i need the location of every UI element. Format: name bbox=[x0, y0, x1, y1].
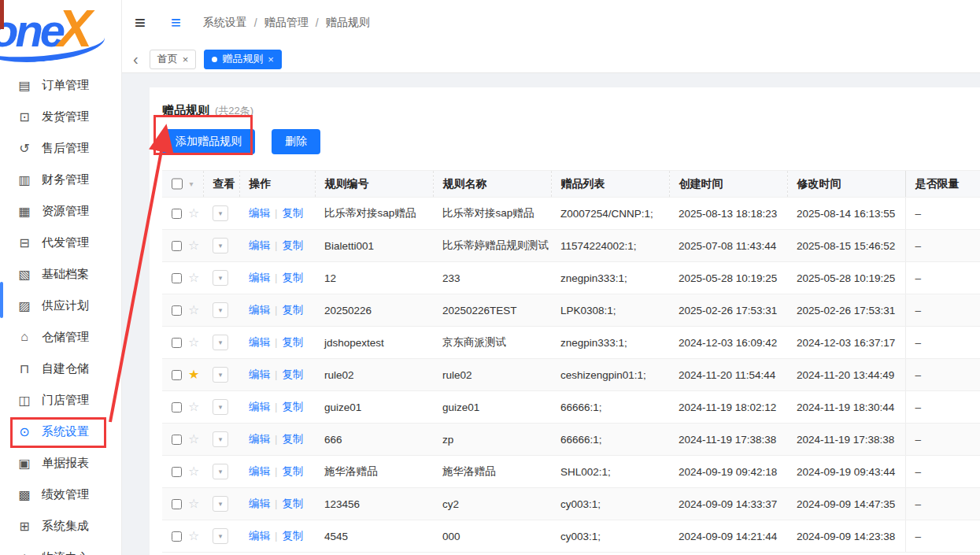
row-dropdown-caret-icon[interactable]: ▾ bbox=[213, 238, 228, 253]
tab-scroll-left-icon[interactable]: ‹ bbox=[133, 51, 139, 67]
tab-0[interactable]: 首页 × bbox=[150, 50, 197, 69]
star-icon[interactable]: ☆ bbox=[188, 465, 199, 478]
row-dropdown-caret-icon[interactable]: ▾ bbox=[213, 302, 228, 318]
select-options-caret-icon[interactable]: ▾ bbox=[189, 179, 193, 188]
copy-link[interactable]: 复制 bbox=[283, 465, 304, 477]
breadcrumb-item-gift-management[interactable]: 赠品管理 bbox=[264, 16, 309, 30]
star-icon[interactable]: ☆ bbox=[188, 530, 199, 542]
menu-item-label: 代发管理 bbox=[42, 235, 89, 250]
star-icon[interactable]: ☆ bbox=[188, 239, 199, 252]
copy-link[interactable]: 复制 bbox=[283, 530, 304, 542]
nav-menu-icon[interactable]: ≡ bbox=[171, 14, 181, 31]
edit-link[interactable]: 编辑 bbox=[249, 336, 270, 348]
copy-link[interactable]: 复制 bbox=[283, 272, 304, 283]
sidebar-item-delivery-management[interactable]: ⊡ 发货管理 bbox=[0, 101, 121, 132]
column-header-create-time[interactable]: 创建时间 bbox=[669, 171, 787, 198]
row-dropdown-caret-icon[interactable]: ▾ bbox=[213, 205, 228, 221]
edit-link[interactable]: 编辑 bbox=[249, 304, 270, 316]
star-icon[interactable]: ☆ bbox=[188, 304, 199, 316]
edit-link[interactable]: 编辑 bbox=[249, 433, 270, 445]
breadcrumb-item-settings[interactable]: 系统设置 bbox=[203, 16, 247, 30]
copy-link[interactable]: 复制 bbox=[283, 401, 304, 413]
sidebar-item-finance-management[interactable]: ▥ 财务管理 bbox=[0, 164, 121, 195]
row-checkbox[interactable] bbox=[172, 305, 182, 316]
edit-link[interactable]: 编辑 bbox=[249, 239, 270, 251]
star-icon[interactable]: ☆ bbox=[188, 207, 199, 220]
row-checkbox[interactable] bbox=[172, 531, 182, 542]
row-checkbox[interactable] bbox=[172, 401, 182, 413]
tab-close-icon[interactable]: × bbox=[268, 54, 274, 65]
copy-link[interactable]: 复制 bbox=[283, 433, 304, 445]
top-header: ≡ ≡ 系统设置 / 赠品管理 / 赠品规则 bbox=[122, 0, 980, 46]
copy-link[interactable]: 复制 bbox=[283, 304, 304, 316]
sidebar-item-performance-management[interactable]: ▩ 绩效管理 bbox=[0, 479, 121, 510]
cell-gift-list: 11574224002:1; bbox=[551, 230, 669, 262]
sidebar-item-self-built-warehouse[interactable]: ⊓ 自建仓储 bbox=[0, 353, 121, 384]
row-checkbox[interactable] bbox=[172, 369, 182, 381]
edit-link[interactable]: 编辑 bbox=[249, 368, 270, 380]
sidebar-item-logistics-center[interactable]: ⌂ 物流中心 bbox=[0, 542, 121, 555]
copy-link[interactable]: 复制 bbox=[283, 336, 304, 348]
sidebar-collapse-icon[interactable]: ≡ bbox=[135, 13, 146, 32]
add-gift-rule-button[interactable]: 添加赠品规则 bbox=[162, 129, 255, 154]
delete-button[interactable]: 删除 bbox=[272, 129, 320, 154]
row-checkbox[interactable] bbox=[172, 498, 182, 510]
star-icon[interactable]: ☆ bbox=[188, 401, 199, 413]
row-dropdown-caret-icon[interactable]: ▾ bbox=[213, 528, 228, 544]
select-all-checkbox[interactable] bbox=[172, 178, 183, 190]
edit-link[interactable]: 编辑 bbox=[249, 465, 270, 477]
sidebar-item-dropship-management[interactable]: ⊟ 代发管理 bbox=[0, 227, 121, 258]
row-dropdown-caret-icon[interactable]: ▾ bbox=[213, 367, 228, 383]
menu-item-icon: ⊞ bbox=[17, 519, 31, 534]
row-checkbox[interactable] bbox=[172, 337, 182, 349]
row-checkbox[interactable] bbox=[172, 272, 182, 284]
row-checkbox[interactable] bbox=[172, 434, 182, 446]
star-icon[interactable]: ☆ bbox=[188, 433, 199, 446]
sidebar-item-document-reports[interactable]: ▣ 单据报表 bbox=[0, 447, 121, 479]
copy-link[interactable]: 复制 bbox=[283, 368, 304, 380]
tab-close-icon[interactable]: × bbox=[183, 54, 189, 65]
column-header-limited[interactable]: 是否限量 bbox=[905, 171, 980, 198]
sidebar-item-supply-plan[interactable]: ▨ 供应计划 bbox=[0, 290, 121, 321]
copy-link[interactable]: 复制 bbox=[283, 207, 304, 219]
row-checkbox[interactable] bbox=[172, 240, 182, 252]
star-icon[interactable]: ★ bbox=[188, 368, 199, 381]
column-header-gift-list[interactable]: 赠品列表 bbox=[551, 171, 669, 198]
column-header-modify-time[interactable]: 修改时间 bbox=[787, 171, 905, 198]
tab-1[interactable]: 赠品规则 × bbox=[204, 50, 282, 69]
row-checkbox[interactable] bbox=[172, 466, 182, 478]
row-dropdown-caret-icon[interactable]: ▾ bbox=[213, 399, 228, 415]
cell-create-time: 2024-09-19 09:42:18 bbox=[669, 456, 787, 488]
sidebar-item-system-settings[interactable]: ⊙ 系统设置 bbox=[0, 416, 121, 447]
edit-link[interactable]: 编辑 bbox=[249, 272, 270, 283]
sidebar-item-aftersales-management[interactable]: ↺ 售后管理 bbox=[0, 132, 121, 164]
row-dropdown-caret-icon[interactable]: ▾ bbox=[213, 270, 228, 286]
sidebar-item-resource-management[interactable]: ▦ 资源管理 bbox=[0, 195, 121, 227]
breadcrumb-item-gift-rules[interactable]: 赠品规则 bbox=[326, 16, 370, 30]
sidebar-item-warehouse-management[interactable]: ⌂ 仓储管理 bbox=[0, 321, 121, 353]
copy-link[interactable]: 复制 bbox=[283, 239, 304, 251]
star-icon[interactable]: ☆ bbox=[188, 336, 199, 349]
row-dropdown-caret-icon[interactable]: ▾ bbox=[213, 496, 228, 512]
sidebar-item-basic-archives[interactable]: ▧ 基础档案 bbox=[0, 258, 121, 290]
row-dropdown-caret-icon[interactable]: ▾ bbox=[213, 335, 228, 350]
row-checkbox[interactable] bbox=[172, 208, 182, 220]
copy-link[interactable]: 复制 bbox=[283, 498, 304, 509]
star-icon[interactable]: ☆ bbox=[188, 498, 199, 510]
star-icon[interactable]: ☆ bbox=[188, 272, 199, 284]
column-header-action[interactable]: 操作 bbox=[239, 171, 315, 198]
edit-link[interactable]: 编辑 bbox=[249, 498, 270, 509]
sidebar-item-order-management[interactable]: ▤ 订单管理 bbox=[0, 69, 121, 101]
edit-link[interactable]: 编辑 bbox=[249, 530, 270, 542]
row-dropdown-caret-icon[interactable]: ▾ bbox=[213, 464, 228, 479]
cell-modify-time: 2024-09-09 14:47:35 bbox=[787, 488, 905, 520]
column-header-rule-no[interactable]: 规则编号 bbox=[315, 171, 433, 198]
edit-link[interactable]: 编辑 bbox=[249, 401, 270, 413]
sidebar-scrollbar[interactable] bbox=[0, 282, 3, 318]
sidebar-item-store-management[interactable]: ◫ 门店管理 bbox=[0, 384, 121, 416]
row-dropdown-caret-icon[interactable]: ▾ bbox=[213, 431, 228, 447]
edit-link[interactable]: 编辑 bbox=[249, 207, 270, 219]
sidebar-item-system-integration[interactable]: ⊞ 系统集成 bbox=[0, 510, 121, 542]
column-header-rule-name[interactable]: 规则名称 bbox=[433, 171, 551, 198]
column-header-view[interactable]: 查看 bbox=[203, 171, 239, 198]
